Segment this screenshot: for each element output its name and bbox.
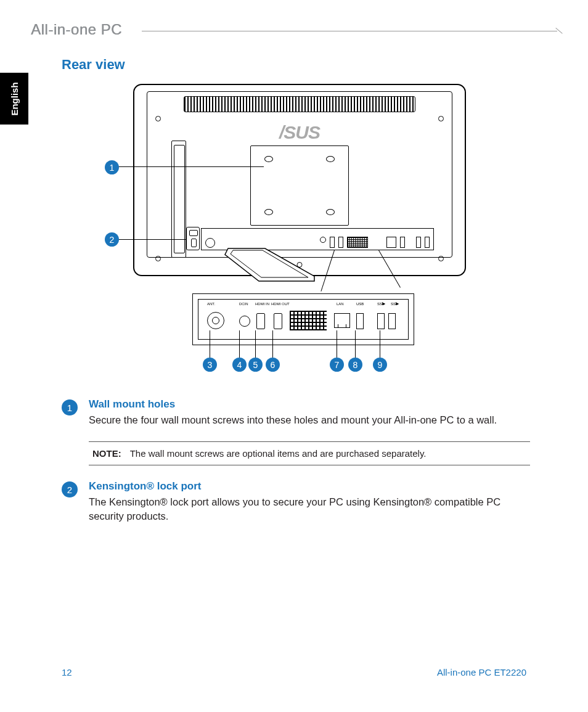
- callout-9: 9: [373, 358, 387, 372]
- header-title: All-in-one PC: [31, 21, 588, 38]
- footer-model: All-in-one PC ET2220: [437, 667, 526, 677]
- callout-2: 2: [105, 232, 119, 247]
- header-rule: [142, 31, 557, 31]
- section-title: Rear view: [62, 57, 125, 73]
- side-slot: [171, 141, 186, 258]
- callout-7: 7: [330, 358, 344, 372]
- kensington-slot-icon: [186, 227, 200, 250]
- port-zoom-panel: ANT. DCIN HDMI IN HDMI OUT LAN USB SS⯈ S…: [192, 293, 414, 345]
- page-footer: 12 All-in-one PC ET2220: [62, 667, 526, 677]
- stand-outline: [222, 245, 321, 285]
- asus-logo: /SUS: [279, 122, 320, 143]
- language-tab: English: [0, 73, 28, 125]
- note-label: NOTE:: [92, 448, 121, 459]
- item-1-title: Wall mount holes: [89, 398, 530, 411]
- note-box: NOTE: The wall mount screws are optional…: [89, 441, 530, 465]
- item-1-marker: 1: [62, 399, 78, 415]
- page-header: All-in-one PC: [31, 21, 588, 39]
- item-2-desc: The Kensington® lock port allows you to …: [89, 495, 530, 523]
- callout-1: 1: [105, 160, 119, 174]
- item-2-title: Kensington® lock port: [89, 480, 530, 493]
- item-1-desc: Secure the four wall mount screws into t…: [89, 413, 530, 427]
- callout-5: 5: [248, 358, 263, 372]
- vesa-plate: [250, 145, 349, 226]
- vent-grille: [184, 96, 415, 112]
- page-number: 12: [62, 667, 72, 677]
- note-text: The wall mount screws are optional items…: [130, 448, 427, 459]
- item-2: 2 Kensington® lock port The Kensington® …: [62, 480, 530, 523]
- callout-6: 6: [266, 358, 280, 372]
- item-2-marker: 2: [62, 481, 78, 497]
- callout-8: 8: [348, 358, 362, 372]
- language-tab-label: English: [9, 82, 20, 115]
- callout-4: 4: [232, 358, 247, 372]
- content-area: 1 Wall mount holes Secure the four wall …: [62, 398, 530, 538]
- callout-3: 3: [203, 358, 217, 372]
- rear-view-diagram: /SUS: [99, 84, 475, 380]
- item-1: 1 Wall mount holes Secure the four wall …: [62, 398, 530, 427]
